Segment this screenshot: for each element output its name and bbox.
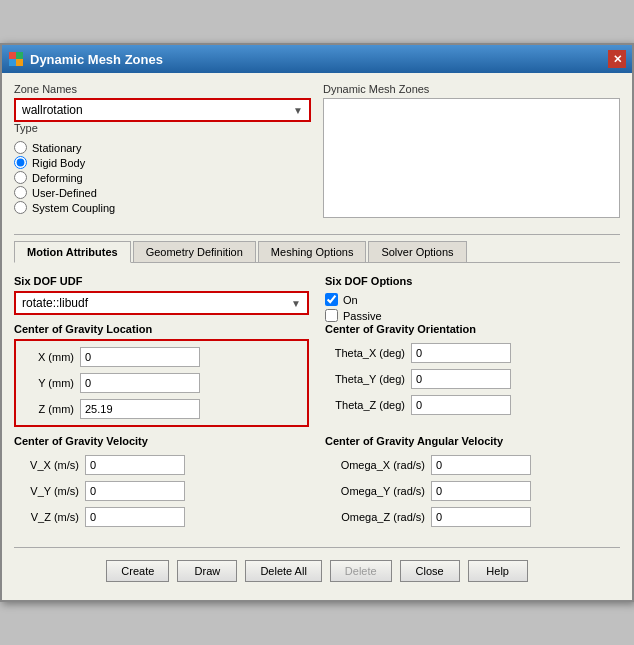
stationary-label: Stationary	[32, 142, 82, 154]
rigid-body-label: Rigid Body	[32, 157, 85, 169]
option-passive[interactable]: Passive	[325, 309, 620, 322]
help-button[interactable]: Help	[468, 560, 528, 582]
omega-x-row: Omega_X (rad/s)	[325, 455, 620, 475]
zone-names-value: wallrotation	[22, 103, 83, 117]
type-system-coupling[interactable]: System Coupling	[14, 201, 311, 214]
type-section: Type Stationary Rigid Body Deforming	[14, 122, 311, 218]
omega-x-input[interactable]	[431, 455, 531, 475]
window-title: Dynamic Mesh Zones	[30, 52, 163, 67]
vx-input[interactable]	[85, 455, 185, 475]
omega-z-label: Omega_Z (rad/s)	[325, 511, 425, 523]
vy-label: V_Y (m/s)	[14, 485, 79, 497]
option-on[interactable]: On	[325, 293, 620, 306]
radio-system-coupling[interactable]	[14, 201, 27, 214]
udf-dropdown-arrow-icon: ▼	[291, 298, 301, 309]
create-button[interactable]: Create	[106, 560, 169, 582]
theta-z-input[interactable]	[411, 395, 511, 415]
cog-velocity-label: Center of Gravity Velocity	[14, 435, 309, 447]
zone-names-label: Zone Names	[14, 83, 311, 95]
velocity-row: Center of Gravity Velocity V_X (m/s) V_Y…	[14, 435, 620, 533]
omega-z-row: Omega_Z (rad/s)	[325, 507, 620, 527]
theta-x-row: Theta_X (deg)	[325, 343, 620, 363]
tab-solver-options[interactable]: Solver Options	[368, 241, 466, 262]
draw-button[interactable]: Draw	[177, 560, 237, 582]
cog-x-input[interactable]	[80, 347, 200, 367]
six-dof-udf-col: Six DOF UDF rotate::libudf ▼	[14, 275, 309, 323]
app-icon	[8, 51, 24, 67]
main-window: Dynamic Mesh Zones ✕ Zone Names wallrota…	[0, 43, 634, 602]
cog-row: Center of Gravity Location X (mm) Y (mm)…	[14, 323, 620, 427]
cog-y-label: Y (mm)	[24, 377, 74, 389]
six-dof-options-label: Six DOF Options	[325, 275, 620, 287]
passive-label: Passive	[343, 310, 382, 322]
type-options: Stationary Rigid Body Deforming Use	[14, 137, 311, 218]
udf-dropdown[interactable]: rotate::libudf ▼	[14, 291, 309, 315]
type-deforming[interactable]: Deforming	[14, 171, 311, 184]
cog-location-label: Center of Gravity Location	[14, 323, 309, 335]
omega-x-label: Omega_X (rad/s)	[325, 459, 425, 471]
cog-y-input[interactable]	[80, 373, 200, 393]
bottom-buttons: Create Draw Delete All Delete Close Help	[14, 547, 620, 590]
radio-user-defined[interactable]	[14, 186, 27, 199]
six-dof-udf-label: Six DOF UDF	[14, 275, 309, 287]
delete-all-button[interactable]: Delete All	[245, 560, 321, 582]
vz-label: V_Z (m/s)	[14, 511, 79, 523]
user-defined-label: User-Defined	[32, 187, 97, 199]
tabs: Motion Attributes Geometry Definition Me…	[14, 241, 620, 263]
zone-names-dropdown[interactable]: wallrotation ▼	[14, 98, 311, 122]
vz-input[interactable]	[85, 507, 185, 527]
titlebar: Dynamic Mesh Zones ✕	[2, 45, 632, 73]
cog-velocity-col: Center of Gravity Velocity V_X (m/s) V_Y…	[14, 435, 309, 533]
cog-orientation-label: Center of Gravity Orientation	[325, 323, 620, 335]
svg-rect-1	[16, 52, 23, 59]
omega-y-row: Omega_Y (rad/s)	[325, 481, 620, 501]
system-coupling-label: System Coupling	[32, 202, 115, 214]
tab-motion-attributes[interactable]: Motion Attributes	[14, 241, 131, 263]
tab-meshing-options[interactable]: Meshing Options	[258, 241, 367, 262]
cog-z-input[interactable]	[80, 399, 200, 419]
delete-button[interactable]: Delete	[330, 560, 392, 582]
theta-z-row: Theta_Z (deg)	[325, 395, 620, 415]
vy-row: V_Y (m/s)	[14, 481, 309, 501]
theta-y-input[interactable]	[411, 369, 511, 389]
udf-value: rotate::libudf	[22, 296, 88, 310]
dynamic-zones-listbox[interactable]	[323, 98, 620, 218]
dialog-content: Zone Names wallrotation ▼ Type Stationar…	[2, 73, 632, 600]
omega-y-input[interactable]	[431, 481, 531, 501]
cog-orientation-box: Theta_X (deg) Theta_Y (deg) Theta_Z (deg…	[325, 339, 620, 425]
velocity-inputs: V_X (m/s) V_Y (m/s) V_Z (m/s)	[14, 455, 309, 527]
vy-input[interactable]	[85, 481, 185, 501]
type-rigid-body[interactable]: Rigid Body	[14, 156, 311, 169]
cog-angular-velocity-label: Center of Gravity Angular Velocity	[325, 435, 620, 447]
cog-location-box: X (mm) Y (mm) Z (mm)	[14, 339, 309, 427]
close-window-button[interactable]: ✕	[608, 50, 626, 68]
tab-geometry-definition[interactable]: Geometry Definition	[133, 241, 256, 262]
angular-velocity-inputs: Omega_X (rad/s) Omega_Y (rad/s) Omega_Z …	[325, 455, 620, 527]
theta-y-row: Theta_Y (deg)	[325, 369, 620, 389]
svg-rect-0	[9, 52, 16, 59]
radio-deforming[interactable]	[14, 171, 27, 184]
radio-stationary[interactable]	[14, 141, 27, 154]
six-dof-options-list: On Passive	[325, 291, 620, 322]
checkbox-on[interactable]	[325, 293, 338, 306]
tab-content-motion-attributes: Six DOF UDF rotate::libudf ▼ Six DOF Opt…	[14, 271, 620, 537]
type-user-defined[interactable]: User-Defined	[14, 186, 311, 199]
checkbox-passive[interactable]	[325, 309, 338, 322]
theta-x-label: Theta_X (deg)	[325, 347, 405, 359]
close-button[interactable]: Close	[400, 560, 460, 582]
svg-rect-3	[16, 59, 23, 66]
type-stationary[interactable]: Stationary	[14, 141, 311, 154]
radio-rigid-body[interactable]	[14, 156, 27, 169]
theta-x-input[interactable]	[411, 343, 511, 363]
dynamic-zones-col: Dynamic Mesh Zones	[323, 83, 620, 226]
zone-names-col: Zone Names wallrotation ▼ Type Stationar…	[14, 83, 311, 226]
omega-z-input[interactable]	[431, 507, 531, 527]
udf-row: Six DOF UDF rotate::libudf ▼ Six DOF Opt…	[14, 275, 620, 323]
titlebar-left: Dynamic Mesh Zones	[8, 51, 163, 67]
deforming-label: Deforming	[32, 172, 83, 184]
cog-angular-velocity-col: Center of Gravity Angular Velocity Omega…	[325, 435, 620, 533]
cog-z-row: Z (mm)	[24, 399, 299, 419]
six-dof-options-col: Six DOF Options On Passive	[325, 275, 620, 323]
cog-x-row: X (mm)	[24, 347, 299, 367]
dropdown-arrow-icon: ▼	[293, 105, 303, 116]
